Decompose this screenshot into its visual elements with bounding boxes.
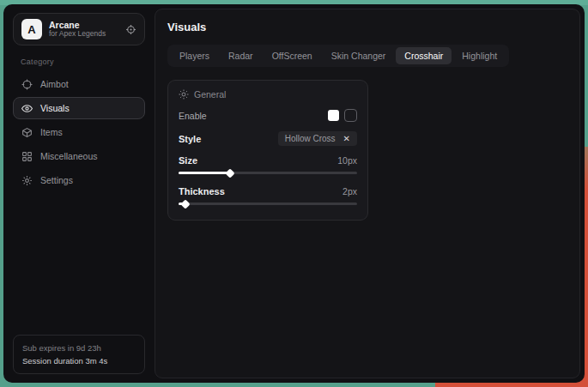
style-label: Style bbox=[179, 134, 201, 144]
session-duration-text: Session duration 3m 4s bbox=[22, 354, 136, 367]
close-icon[interactable]: ✕ bbox=[343, 134, 350, 143]
tab-radar[interactable]: Radar bbox=[220, 47, 262, 64]
enable-checkbox[interactable] bbox=[344, 109, 357, 122]
sidebar-item-label: Aimbot bbox=[40, 79, 69, 89]
enable-label: Enable bbox=[179, 111, 207, 121]
box-icon bbox=[21, 127, 33, 138]
sidebar-item-label: Visuals bbox=[40, 103, 70, 113]
general-settings-card: General Enable Style Hollow Cross ✕ Size… bbox=[167, 80, 368, 221]
tab-skin-changer[interactable]: Skin Changer bbox=[323, 47, 395, 64]
size-row: Size 10px bbox=[179, 155, 357, 166]
app-header-card: A Arcane for Apex Legends bbox=[13, 13, 145, 45]
style-select[interactable]: Hollow Cross ✕ bbox=[278, 131, 357, 146]
category-label: Category bbox=[21, 57, 145, 66]
page-title: Visuals bbox=[167, 21, 567, 33]
sidebar-item-settings[interactable]: Settings bbox=[13, 169, 145, 191]
style-row: Style Hollow Cross ✕ bbox=[179, 131, 357, 146]
app-subtitle: for Apex Legends bbox=[49, 30, 118, 39]
gear-icon bbox=[21, 175, 33, 186]
target-icon[interactable] bbox=[125, 24, 136, 35]
thickness-slider[interactable] bbox=[179, 200, 357, 208]
sub-expires-text: Sub expires in 9d 23h bbox=[22, 342, 136, 354]
eye-icon bbox=[21, 103, 33, 114]
subscription-info-card: Sub expires in 9d 23h Session duration 3… bbox=[13, 335, 145, 374]
sidebar-item-label: Miscellaneous bbox=[40, 151, 98, 161]
size-slider[interactable] bbox=[179, 169, 357, 177]
thickness-label: Thickness bbox=[179, 186, 225, 197]
tab-bar: Players Radar OffScreen Skin Changer Cro… bbox=[167, 45, 509, 67]
settings-sun-icon bbox=[179, 89, 189, 100]
size-label: Size bbox=[179, 155, 197, 166]
thickness-slider-handle[interactable] bbox=[181, 199, 191, 209]
crosshair-icon bbox=[21, 79, 33, 90]
grid-icon bbox=[21, 151, 33, 162]
app-window: A Arcane for Apex Legends Category Aimbo bbox=[3, 4, 585, 383]
tab-highlight[interactable]: Highlight bbox=[453, 47, 506, 64]
thickness-row: Thickness 2px bbox=[179, 186, 357, 197]
sidebar-item-visuals[interactable]: Visuals bbox=[13, 97, 145, 119]
sidebar: A Arcane for Apex Legends Category Aimbo bbox=[8, 9, 150, 378]
style-value: Hollow Cross bbox=[285, 134, 336, 143]
app-logo: A bbox=[21, 19, 42, 39]
sidebar-item-items[interactable]: Items bbox=[13, 121, 145, 143]
color-swatch[interactable] bbox=[328, 110, 339, 121]
sidebar-item-aimbot[interactable]: Aimbot bbox=[13, 73, 145, 95]
size-slider-handle[interactable] bbox=[226, 168, 235, 178]
sidebar-item-label: Settings bbox=[40, 175, 73, 185]
tab-players[interactable]: Players bbox=[171, 47, 218, 64]
sidebar-item-label: Items bbox=[40, 127, 63, 137]
enable-row: Enable bbox=[179, 109, 357, 122]
size-value: 10px bbox=[337, 155, 357, 166]
tab-crosshair[interactable]: Crosshair bbox=[396, 47, 452, 64]
sidebar-item-miscellaneous[interactable]: Miscellaneous bbox=[13, 145, 145, 167]
thickness-value: 2px bbox=[342, 186, 357, 197]
tab-offscreen[interactable]: OffScreen bbox=[264, 47, 321, 64]
main-panel: Visuals Players Radar OffScreen Skin Cha… bbox=[155, 9, 580, 378]
panel-title: General bbox=[194, 89, 226, 100]
